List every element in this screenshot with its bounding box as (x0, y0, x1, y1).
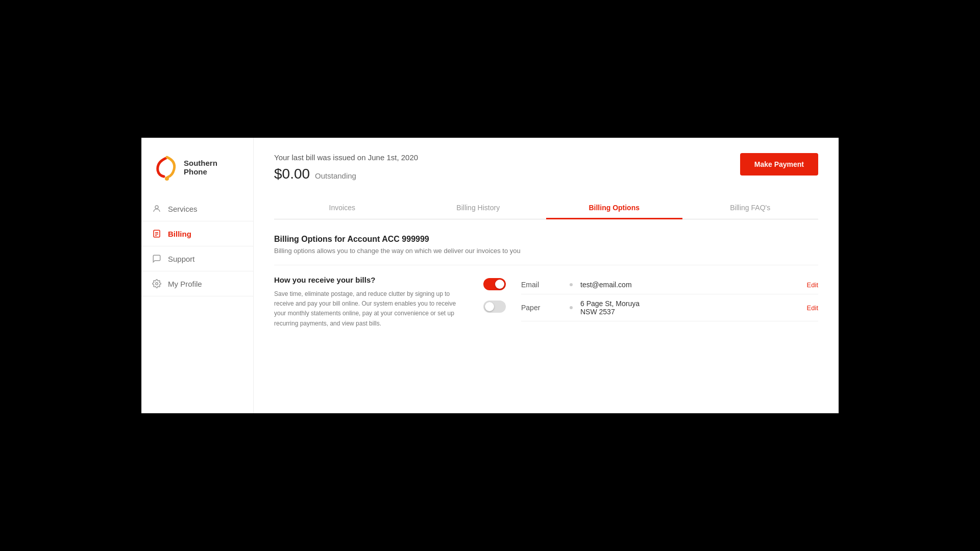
email-value: test@email.com (580, 281, 807, 289)
svg-point-6 (156, 283, 158, 285)
delivery-details: Email test@email.com Edit Paper 6 Page S… (521, 276, 818, 321)
sidebar-nav: Services Billing (141, 196, 253, 296)
billing-options-desc: Billing options allows you to change the… (274, 247, 818, 255)
bill-summary: Your last bill was issued on June 1st, 2… (274, 153, 818, 182)
sidebar-item-services[interactable]: Services (141, 196, 253, 221)
sidebar-label-support: Support (168, 255, 195, 263)
paper-value: 6 Page St, MoruyaNSW 2537 (580, 299, 807, 316)
billing-options-title: Billing Options for Account ACC 999999 (274, 235, 818, 244)
email-delivery-row: Email test@email.com Edit (521, 276, 818, 294)
make-payment-button[interactable]: Make Payment (740, 153, 818, 176)
sidebar-item-support[interactable]: Support (141, 246, 253, 271)
section-divider (274, 265, 818, 265)
tabs-bar: Invoices Billing History Billing Options… (274, 197, 818, 219)
person-icon (152, 204, 162, 214)
bill-amount: $0.00 Outstanding (274, 166, 418, 182)
svg-point-1 (155, 206, 158, 209)
profile-icon (152, 279, 162, 289)
amount-label: Outstanding (315, 171, 356, 180)
bill-date: Your last bill was issued on June 1st, 2… (274, 153, 418, 162)
sidebar-item-billing[interactable]: Billing (141, 221, 253, 246)
email-edit-link[interactable]: Edit (807, 281, 818, 289)
tab-billing-history[interactable]: Billing History (410, 197, 547, 219)
email-label: Email (521, 281, 562, 289)
email-toggle[interactable] (483, 278, 506, 290)
sidebar-label-my-profile: My Profile (168, 280, 202, 288)
bill-options-row: How you receive your bills? Save time, e… (274, 276, 818, 329)
how-receive-desc: Save time, eliminate postage, and reduce… (274, 289, 468, 329)
paper-toggle[interactable] (483, 300, 506, 313)
sidebar-item-my-profile[interactable]: My Profile (141, 271, 253, 296)
svg-point-0 (165, 177, 169, 181)
delivery-toggles (483, 276, 506, 313)
paper-delivery-row: Paper 6 Page St, MoruyaNSW 2537 Edit (521, 294, 818, 321)
main-content: Your last bill was issued on June 1st, 2… (254, 138, 839, 413)
email-dot (570, 283, 573, 286)
bill-info: Your last bill was issued on June 1st, 2… (274, 153, 418, 182)
logo-text: Southern Phone (184, 159, 217, 176)
tab-billing-faqs[interactable]: Billing FAQ's (682, 197, 819, 219)
paper-edit-link[interactable]: Edit (807, 304, 818, 312)
tab-billing-options[interactable]: Billing Options (546, 197, 682, 219)
tab-invoices[interactable]: Invoices (274, 197, 410, 219)
sidebar: Southern Phone Services (141, 138, 254, 413)
sidebar-label-services: Services (168, 205, 198, 213)
logo-icon (152, 153, 180, 181)
logo-area: Southern Phone (141, 148, 253, 196)
how-receive-title: How you receive your bills? (274, 276, 468, 284)
billing-icon (152, 229, 162, 239)
billing-options-header: Billing Options for Account ACC 999999 B… (274, 235, 818, 255)
paper-label: Paper (521, 304, 562, 312)
amount-value: $0.00 (274, 166, 310, 182)
support-icon (152, 254, 162, 264)
sidebar-label-billing: Billing (168, 230, 191, 238)
bill-options-left: How you receive your bills? Save time, e… (274, 276, 468, 329)
paper-dot (570, 306, 573, 309)
